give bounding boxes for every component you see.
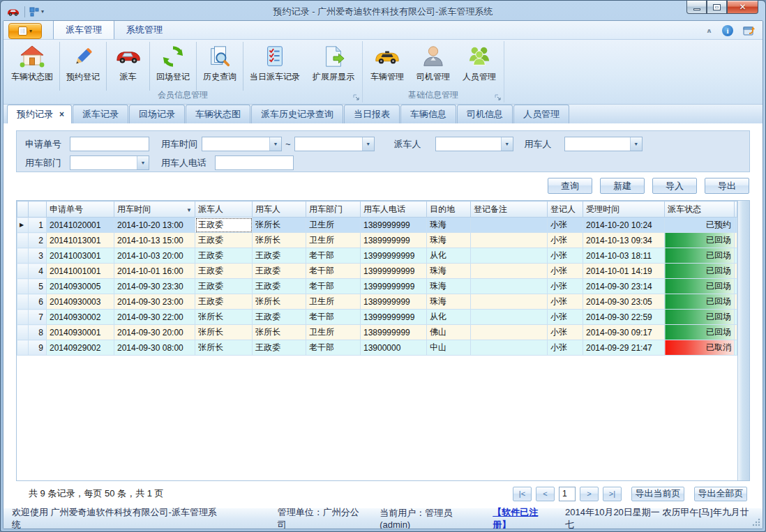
cell-apply-no[interactable]: 20141020001 <box>47 218 114 233</box>
row-indicator[interactable] <box>17 279 29 294</box>
doc-tab-daily-report[interactable]: 当日报表 <box>344 105 400 123</box>
cell-user[interactable]: 王政委 <box>253 279 306 294</box>
cell-dispatch-status[interactable]: 已回场 <box>665 325 735 340</box>
cell-accept-time[interactable]: 2014-10-20 10:24 <box>583 218 665 233</box>
cell-registrar[interactable]: 小张 <box>548 233 583 248</box>
cell-remark[interactable] <box>471 248 548 264</box>
cell-registrar[interactable]: 小张 <box>548 310 583 325</box>
cell-destination[interactable]: 珠海 <box>427 218 471 233</box>
phone-input[interactable] <box>215 155 294 170</box>
cell-dept[interactable]: 卫生所 <box>306 233 361 248</box>
cell-remark[interactable] <box>471 264 548 279</box>
close-tab-icon[interactable]: × <box>59 111 64 118</box>
doc-tab-reservation-records[interactable]: 预约记录 × <box>7 105 72 123</box>
table-row[interactable]: 8 20140930001 2014-09-30 20:00 张所长 张所长 卫… <box>17 325 737 340</box>
cell-apply-no[interactable]: 20141013001 <box>47 233 114 248</box>
user-combo[interactable]: ▼ <box>564 137 643 151</box>
import-button[interactable]: 导入 <box>652 178 697 194</box>
application-menu-button[interactable]: ▾ <box>8 23 42 39</box>
table-row[interactable]: 3 20141003001 2014-10-03 20:00 王政委 王政委 老… <box>17 248 737 264</box>
cell-registrar[interactable]: 小张 <box>548 340 583 356</box>
personnel-management-button[interactable]: 人员管理 <box>456 42 502 91</box>
window-switch-icon[interactable] <box>743 25 756 36</box>
header-accept-time[interactable]: 受理时间 <box>583 202 665 218</box>
title-bar[interactable]: ▾ 预约记录 - 广州爱奇迪软件科技有限公司-派车管理系统 ✕ <box>1 1 765 20</box>
next-page-button[interactable]: > <box>580 487 599 501</box>
doc-tab-dispatch-records[interactable]: 派车记录 <box>73 105 128 123</box>
doc-tab-vehicle-info[interactable]: 车辆信息 <box>400 105 456 123</box>
cell-user[interactable]: 张所长 <box>253 325 306 340</box>
export-current-page-button[interactable]: 导出当前页 <box>631 487 684 501</box>
cell-apply-no[interactable]: 20140930002 <box>47 310 114 325</box>
header-use-time[interactable]: ▼用车时间 <box>114 202 195 218</box>
collapse-ribbon-icon[interactable]: ∧ <box>706 27 712 34</box>
license-registered-link[interactable]: 【软件已注册】 <box>493 506 555 530</box>
row-indicator[interactable] <box>17 294 29 310</box>
cell-dispatcher[interactable]: 张所长 <box>195 325 253 340</box>
cell-accept-time[interactable]: 2014-10-03 18:11 <box>583 248 665 264</box>
cell-use-time[interactable]: 2014-09-30 22:00 <box>114 310 195 325</box>
cell-dispatcher[interactable]: 王政委 <box>195 248 253 264</box>
cell-destination[interactable]: 珠海 <box>427 294 471 310</box>
filter-arrow-icon[interactable]: ▼ <box>186 207 192 213</box>
cell-use-time[interactable]: 2014-09-30 23:00 <box>114 294 195 310</box>
cell-dispatch-status[interactable]: 已回场 <box>665 264 735 279</box>
cell-apply-no[interactable]: 20141001001 <box>47 264 114 279</box>
cell-use-time[interactable]: 2014-09-30 23:30 <box>114 279 195 294</box>
dispatch-button[interactable]: 派车 <box>107 42 150 91</box>
cell-destination[interactable]: 珠海 <box>427 264 471 279</box>
cell-user[interactable]: 张所长 <box>253 294 306 310</box>
cell-phone[interactable]: 13999999999 <box>361 248 427 264</box>
history-query-button[interactable]: 历史查询 <box>197 42 243 91</box>
cell-user[interactable]: 王政委 <box>253 248 306 264</box>
header-dispatcher[interactable]: 派车人 <box>195 202 253 218</box>
apply-no-input[interactable] <box>70 137 149 151</box>
today-dispatch-records-button[interactable]: 当日派车记录 <box>243 42 306 91</box>
cell-dispatch-status[interactable]: 已取消 <box>665 340 735 356</box>
cell-dept[interactable]: 卫生所 <box>306 294 361 310</box>
cell-apply-no[interactable]: 20140930001 <box>47 325 114 340</box>
restore-button[interactable] <box>707 1 727 14</box>
cell-remark[interactable] <box>471 294 548 310</box>
cell-registrar[interactable]: 小张 <box>548 279 583 294</box>
ribbon-tab-system[interactable]: 系统管理 <box>114 20 174 39</box>
cell-registrar[interactable]: 小张 <box>548 218 583 233</box>
table-row[interactable]: 6 20140930003 2014-09-30 23:00 王政委 张所长 卫… <box>17 294 737 310</box>
cell-remark[interactable] <box>471 218 548 233</box>
cell-dispatcher[interactable]: 王政委 <box>195 279 253 294</box>
cell-phone[interactable]: 1389999999 <box>361 294 427 310</box>
reservation-register-button[interactable]: 预约登记 <box>60 42 107 91</box>
dispatcher-combo[interactable]: ▼ <box>435 137 513 151</box>
table-row[interactable]: 7 20140930002 2014-09-30 22:00 张所长 王政委 老… <box>17 310 737 325</box>
cell-dispatch-status[interactable]: 已回场 <box>665 233 735 248</box>
cell-dispatch-status[interactable]: 已回场 <box>665 279 735 294</box>
cell-user[interactable]: 王政委 <box>253 340 306 356</box>
cell-phone[interactable]: 13999999999 <box>361 279 427 294</box>
header-phone[interactable]: 用车人电话 <box>361 202 427 218</box>
header-user[interactable]: 用车人 <box>253 202 306 218</box>
row-indicator[interactable] <box>17 218 29 233</box>
row-indicator[interactable] <box>17 340 29 356</box>
cell-registrar[interactable]: 小张 <box>548 294 583 310</box>
cell-remark[interactable] <box>471 233 548 248</box>
ribbon-tab-dispatch[interactable]: 派车管理 <box>53 20 114 39</box>
cell-dispatch-status[interactable]: 已预约 <box>665 218 735 233</box>
cell-dispatch-status[interactable]: 已回场 <box>665 294 735 310</box>
quick-access-toolbar[interactable]: ▾ <box>29 7 44 17</box>
info-icon[interactable]: i <box>722 25 733 36</box>
cell-phone[interactable]: 13999999999 <box>361 310 427 325</box>
cell-registrar[interactable]: 小张 <box>548 264 583 279</box>
cell-accept-time[interactable]: 2014-09-29 21:47 <box>583 340 665 356</box>
cell-destination[interactable]: 佛山 <box>427 325 471 340</box>
cell-dispatcher[interactable]: 张所长 <box>195 310 253 325</box>
header-dept[interactable]: 用车部门 <box>306 202 361 218</box>
cell-dispatch-status[interactable]: 已回场 <box>665 248 735 264</box>
cell-user[interactable]: 王政委 <box>253 264 306 279</box>
cell-dept[interactable]: 卫生所 <box>306 325 361 340</box>
doc-tab-driver-info[interactable]: 司机信息 <box>457 105 513 123</box>
cell-phone[interactable]: 1389999999 <box>361 325 427 340</box>
doc-tab-vehicle-status-map[interactable]: 车辆状态图 <box>186 105 250 123</box>
header-dispatch-status[interactable]: 派车状态 <box>665 202 735 218</box>
header-registrar[interactable]: 登记人 <box>548 202 583 218</box>
cell-remark[interactable] <box>471 310 548 325</box>
